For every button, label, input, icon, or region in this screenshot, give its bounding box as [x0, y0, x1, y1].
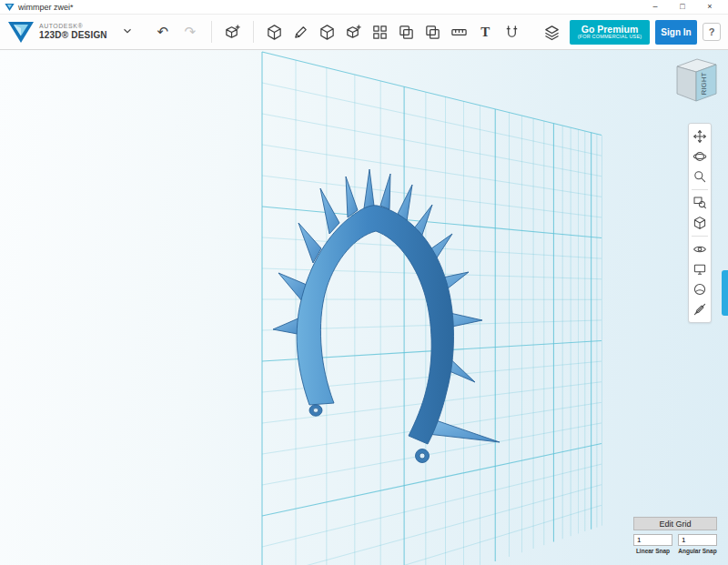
sketch-icon[interactable] [288, 20, 313, 45]
modify-icon[interactable] [341, 20, 366, 45]
snap-icon[interactable] [500, 20, 524, 45]
grid-panel: Edit Grid Linear Snap Angular Snap [633, 517, 717, 554]
toolbar-separator [253, 21, 254, 43]
premium-label: Go Premium [581, 25, 638, 35]
hide-sketches-icon[interactable] [690, 299, 710, 319]
zoom-extents-icon[interactable] [690, 193, 710, 213]
toolbar-separator [692, 236, 708, 237]
toolbar-separator [211, 21, 212, 43]
angular-snap-label: Angular Snap [678, 548, 716, 554]
view-mode-icon[interactable] [690, 213, 710, 233]
premium-sublabel: (FOR COMMERCIAL USE) [578, 35, 642, 40]
material-icon[interactable] [690, 279, 710, 299]
viewport[interactable]: RIGHT Edit Grid Linear Snap Angular Snap [0, 50, 728, 565]
construct-icon[interactable] [315, 20, 339, 45]
scene-canvas[interactable] [0, 50, 728, 565]
combine-icon[interactable] [420, 20, 445, 45]
model-spiked-arc[interactable] [273, 169, 500, 463]
go-premium-button[interactable]: Go Premium (FOR COMMERCIAL USE) [570, 20, 650, 45]
toolbar-right: Go Premium (FOR COMMERCIAL USE) Sign In … [540, 20, 721, 45]
main-menu-chevron-icon[interactable] [119, 23, 136, 42]
text-icon[interactable]: T [473, 20, 498, 45]
brand-text: AUTODESK® 123D® DESIGN [39, 23, 107, 41]
view-cube[interactable]: RIGHT [670, 55, 719, 103]
undo-button[interactable]: ↶ [150, 20, 176, 44]
3d-print-icon[interactable] [540, 20, 564, 45]
window-controls: – □ × [642, 0, 723, 14]
brand-line2: 123D® DESIGN [39, 30, 107, 41]
maximize-button[interactable]: □ [669, 0, 696, 14]
window-title: wimmper zwei* [18, 3, 74, 12]
zoom-icon[interactable] [690, 166, 710, 187]
primitives-icon[interactable] [262, 20, 287, 45]
app-logo-icon [5, 3, 15, 12]
minimize-button[interactable]: – [642, 0, 669, 14]
show-hide-icon[interactable] [690, 239, 710, 259]
sign-in-button[interactable]: Sign In [655, 20, 697, 45]
edit-grid-button[interactable]: Edit Grid [633, 517, 717, 530]
main-toolbar: AUTODESK® 123D® DESIGN ↶ ↷ T Go Premium … [0, 15, 728, 50]
pan-icon[interactable] [690, 126, 710, 146]
pattern-icon[interactable] [368, 20, 392, 45]
toolbar-separator [692, 189, 708, 190]
app-logo-icon [7, 20, 35, 44]
angular-snap-input[interactable] [678, 534, 717, 546]
orbit-icon[interactable] [690, 146, 710, 166]
linear-snap-label: Linear Snap [636, 548, 670, 554]
help-button[interactable]: ? [703, 23, 721, 41]
measure-icon[interactable] [447, 20, 471, 45]
brand: AUTODESK® 123D® DESIGN [7, 20, 136, 44]
redo-button[interactable]: ↷ [177, 20, 203, 44]
navigation-toolbar [688, 123, 712, 323]
titlebar: wimmper zwei* – □ × [0, 0, 728, 15]
grouping-icon[interactable] [394, 20, 419, 45]
parts-panel-tab[interactable] [722, 270, 728, 316]
close-button[interactable]: × [696, 0, 723, 14]
view-cube-face-label: RIGHT [700, 72, 708, 95]
display-settings-icon[interactable] [690, 259, 710, 279]
insert-icon[interactable] [220, 20, 245, 45]
brand-line1: AUTODESK® [39, 23, 107, 30]
linear-snap-input[interactable] [633, 534, 672, 546]
